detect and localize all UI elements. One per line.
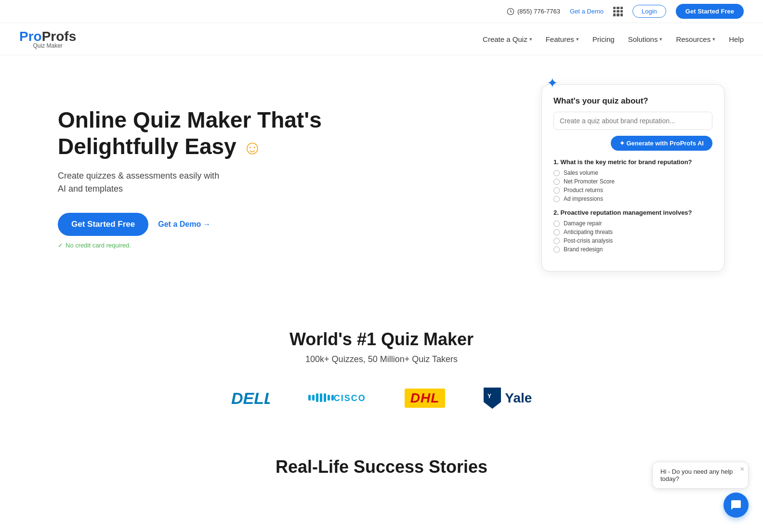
nav-pricing-label: Pricing [592,35,615,43]
nav-create-quiz[interactable]: Create a Quiz ▾ [483,35,532,43]
nav-features[interactable]: Features ▾ [546,35,579,43]
logo-pro: Pro [19,29,42,44]
cisco-bar [308,395,311,401]
q1-opt1: Sales volume [564,169,598,176]
hero-subtitle-line2: AI and templates [58,184,123,194]
nav-pricing[interactable]: Pricing [592,35,615,43]
chat-close-icon[interactable]: × [740,465,744,473]
chat-bubble: × Hi - Do you need any help today? [652,462,749,487]
q2-opt2: Anticipating threats [564,229,613,235]
q2-opt1: Damage repair [564,220,602,227]
no-cc-text: No credit card required. [66,242,131,249]
ai-option: Ad impressions [553,195,712,202]
get-started-button-topbar[interactable]: Get Started Free [676,4,744,19]
chat-widget: × Hi - Do you need any help today? [652,462,749,487]
logo[interactable]: ProProfs Quiz Maker [19,29,76,49]
cisco-bar [312,395,315,401]
chat-bubble-text: Hi - Do you need any help today? [660,468,733,482]
cisco-bar [328,395,330,401]
sparkle-icon: ✦ [547,75,558,91]
ai-option: Sales volume [553,169,712,176]
radio-icon [553,170,560,176]
dell-logo: DELL DELL [231,389,270,407]
q2-opt3: Post-crisis analysis [564,237,613,244]
dhl-logo: DHL [405,389,446,408]
ai-generate-button[interactable]: ✦ Generate with ProProfs AI [611,136,712,151]
ai-quiz-input[interactable] [553,112,712,130]
cisco-bars-icon [308,393,334,402]
cisco-brand-text: CISCO [334,393,366,403]
no-credit-card-note: ✓ No credit card required. [58,242,513,249]
nav-create-quiz-label: Create a Quiz [483,35,527,43]
nav-help-label: Help [729,35,744,43]
q2-number: 2. [553,209,559,216]
q1-opt2: Net Promoter Score [564,178,615,185]
cisco-bar [324,393,326,402]
hero-section: Online Quiz Maker That's Delightfully Ea… [0,55,763,300]
nav-resources[interactable]: Resources ▾ [676,35,715,43]
hero-title-emoji: ☺ [242,137,262,158]
social-proof-subtitle: 100k+ Quizzes, 50 Million+ Quiz Takers [19,354,744,364]
radio-icon [553,221,560,227]
yale-shield-icon: Y [484,388,501,409]
arrow-icon: → [203,220,210,229]
get-demo-label: Get a Demo [158,220,201,229]
logo-subtitle: Quiz Maker [19,42,76,49]
get-demo-link-topbar[interactable]: Get a Demo [570,8,604,15]
chevron-down-icon: ▾ [712,36,715,42]
q1-opt4: Ad impressions [564,195,603,202]
ai-option: Product returns [553,187,712,194]
ai-widget-title: What's your quiz about? [553,96,712,106]
hero-title-line2: Delightfully Easy [58,134,237,159]
ai-option: Brand redesign [553,246,712,253]
hero-title: Online Quiz Maker That's Delightfully Ea… [58,107,513,160]
phone-icon [507,8,514,15]
hero-right: ✦ What's your quiz about? ✦ Generate wit… [541,84,724,272]
chevron-down-icon: ▾ [529,36,532,42]
success-stories-section: Real-Life Success Stories [0,428,763,487]
ai-question-1: 1. What is the key metric for brand repu… [553,158,712,202]
q2-opt4: Brand redesign [564,246,603,253]
radio-icon [553,247,560,253]
q2-text: Proactive reputation management involves… [560,209,692,216]
social-proof-section: World's #1 Quiz Maker 100k+ Quizzes, 50 … [0,300,763,428]
svg-text:Y: Y [487,393,491,400]
ai-option: Anticipating threats [553,229,712,235]
nav-solutions[interactable]: Solutions ▾ [628,35,663,43]
hero-title-line1: Online Quiz Maker That's [58,107,322,132]
nav-help[interactable]: Help [729,35,744,43]
yale-logo: Y Yale [484,388,532,409]
q1-number: 1. [553,158,559,166]
get-demo-link-hero[interactable]: Get a Demo → [158,220,210,229]
phone-number: (855) 776-7763 [507,8,560,15]
nav-resources-label: Resources [676,35,710,43]
social-proof-title: World's #1 Quiz Maker [19,329,744,350]
q1-text: What is the key metric for brand reputat… [560,158,692,166]
radio-icon [553,229,560,235]
chevron-down-icon: ▾ [659,36,662,42]
cisco-bar [316,393,318,402]
get-started-button-hero[interactable]: Get Started Free [58,213,148,236]
radio-icon [553,196,560,202]
nav-features-label: Features [546,35,574,43]
hero-subtitle-line1: Create quizzes & assessments easily with [58,171,219,181]
phone-text: (855) 776-7763 [517,8,560,15]
login-button[interactable]: Login [632,5,666,18]
ai-question-1-title: 1. What is the key metric for brand repu… [553,158,712,166]
radio-icon [553,238,560,244]
q1-opt3: Product returns [564,187,603,194]
top-bar: (855) 776-7763 Get a Demo Login Get Star… [0,0,763,23]
dell-svg: DELL [231,389,270,407]
ai-widget-card: ✦ What's your quiz about? ✦ Generate wit… [541,84,724,272]
radio-icon [553,179,560,185]
apps-grid-icon[interactable] [613,7,623,16]
nav-solutions-label: Solutions [628,35,658,43]
success-stories-title: Real-Life Success Stories [19,457,744,477]
ai-question-2-title: 2. Proactive reputation management invol… [553,209,712,216]
radio-icon [553,187,560,194]
chevron-down-icon: ▾ [576,36,579,42]
hero-cta-row: Get Started Free Get a Demo → [58,213,513,236]
navbar: ProProfs Quiz Maker Create a Quiz ▾ Feat… [0,23,763,55]
nav-links: Create a Quiz ▾ Features ▾ Pricing Solut… [483,35,744,43]
yale-brand-text: Yale [505,390,532,406]
